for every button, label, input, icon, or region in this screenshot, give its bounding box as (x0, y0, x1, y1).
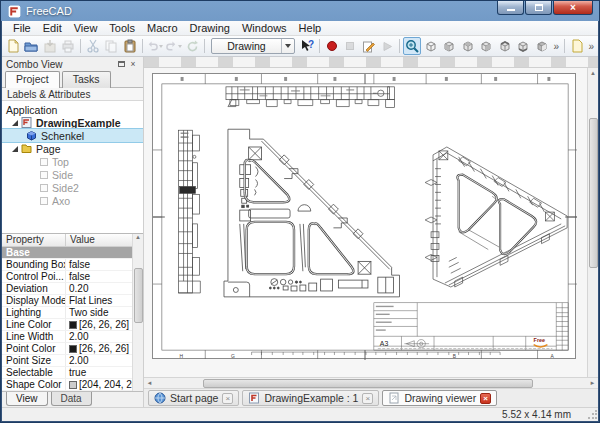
menu-drawing[interactable]: Drawing (184, 22, 236, 34)
tab-project[interactable]: Project (5, 71, 60, 88)
property-row[interactable]: Shape Color [204, 204, 204] (2, 379, 132, 391)
scrollbar-thumb[interactable] (589, 118, 598, 268)
vertical-scrollbar[interactable]: ▲ (587, 68, 598, 377)
toolbar-overflow-chevron[interactable]: » (552, 41, 562, 52)
property-group-base[interactable]: Base (2, 247, 132, 259)
tab-tasks[interactable]: Tasks (62, 71, 111, 88)
new-document-button[interactable] (4, 37, 22, 55)
close-button[interactable]: × (553, 1, 593, 15)
right-cube-icon (479, 39, 493, 53)
resize-grip[interactable] (587, 410, 597, 420)
redo-button[interactable] (165, 37, 183, 55)
open-document-button[interactable] (23, 37, 41, 55)
tab-start-page[interactable]: Start page × (148, 390, 239, 406)
menu-file[interactable]: File (7, 22, 37, 34)
minimize-button[interactable] (497, 1, 524, 15)
menu-windows[interactable]: Windows (236, 22, 293, 34)
view-fit-all-button[interactable] (403, 37, 421, 55)
view-right-button[interactable] (477, 37, 495, 55)
macro-stop-button[interactable] (342, 37, 360, 55)
axonometric-cube-icon (424, 39, 438, 53)
property-row[interactable]: Lighting Two side (2, 307, 132, 319)
redo-dropdown-arrow (178, 45, 182, 48)
view-top (226, 87, 395, 108)
print-button[interactable] (60, 37, 78, 55)
dock-close-button[interactable]: × (127, 59, 139, 70)
tree-item-document[interactable]: DrawingExample (2, 116, 143, 129)
tree-item-side2-view[interactable]: Side2 (2, 181, 143, 194)
property-scrollbar[interactable]: ▲ (132, 234, 143, 391)
scroll-up-icon[interactable]: ▲ (135, 234, 141, 240)
tab-data[interactable]: Data (51, 392, 92, 406)
refresh-icon (186, 40, 199, 53)
whats-this-button[interactable]: ? (299, 37, 317, 55)
view-axonometric-button[interactable] (422, 37, 440, 55)
macro-edit-button[interactable] (360, 37, 378, 55)
undo-button[interactable] (146, 37, 164, 55)
tree-item-application[interactable]: Application (2, 103, 143, 116)
record-icon (326, 40, 338, 52)
menu-view[interactable]: View (68, 22, 104, 34)
scrollbar-thumb[interactable] (134, 268, 143, 323)
tree-item-side-view[interactable]: Side (2, 168, 143, 181)
play-icon (382, 41, 393, 52)
tab-close-icon[interactable]: × (222, 393, 233, 404)
menu-macro[interactable]: Macro (141, 22, 184, 34)
property-row[interactable]: Control Poi... false (2, 271, 132, 283)
horizontal-scrollbar[interactable]: ◄ ► (144, 377, 598, 388)
view-left-button[interactable] (533, 37, 551, 55)
menubar: File Edit View Tools Macro Drawing Windo… (2, 21, 598, 36)
scroll-up-icon[interactable]: ▲ (588, 68, 599, 78)
view-rear-button[interactable] (496, 37, 514, 55)
close-icon: × (131, 59, 136, 69)
paste-button[interactable] (121, 37, 139, 55)
property-row[interactable]: Line Width 2.00 (2, 331, 132, 343)
macro-play-button[interactable] (379, 37, 397, 55)
property-row[interactable]: Bounding Box false (2, 259, 132, 271)
tab-close-icon[interactable]: × (362, 393, 373, 404)
macro-record-button[interactable] (323, 37, 341, 55)
tab-view[interactable]: View (6, 392, 48, 406)
expander-icon[interactable] (12, 146, 18, 152)
zone-letters: H G B A (180, 354, 555, 359)
scroll-left-icon[interactable]: ◄ (144, 378, 155, 388)
toolbar-overflow-chevron[interactable]: » (587, 41, 597, 52)
property-row[interactable]: Point Color [26, 26, 26] (2, 343, 132, 355)
cut-button[interactable] (84, 37, 102, 55)
tab-drawing-example[interactable]: DrawingExample : 1 × (242, 390, 379, 406)
menu-edit[interactable]: Edit (37, 22, 68, 34)
maximize-button[interactable] (525, 1, 552, 15)
toolbar-separator (319, 39, 320, 53)
toolbar: Drawing ? (2, 36, 598, 57)
refresh-button[interactable] (184, 37, 202, 55)
menu-tools[interactable]: Tools (103, 22, 141, 34)
view-top-button[interactable] (459, 37, 477, 55)
view-box-icon (40, 158, 48, 166)
copy-button[interactable] (103, 37, 121, 55)
tree-item-page[interactable]: Page (2, 142, 143, 155)
expander-icon[interactable] (12, 120, 18, 126)
tree-item-top-view[interactable]: Top (2, 155, 143, 168)
property-row[interactable]: Display Mode Flat Lines (2, 295, 132, 307)
dock-float-button[interactable] (115, 59, 127, 70)
property-row[interactable]: Deviation 0.20 (2, 283, 132, 295)
workbench-selector[interactable]: Drawing (211, 38, 295, 54)
property-row[interactable]: Line Color [26, 26, 26] (2, 319, 132, 331)
property-row[interactable]: Selectable true (2, 367, 132, 379)
save-button[interactable] (41, 37, 59, 55)
tree-item-axo-view[interactable]: Axo (2, 194, 143, 207)
view-front-button[interactable] (440, 37, 458, 55)
view-bottom-button[interactable] (514, 37, 532, 55)
scroll-right-icon[interactable]: ► (587, 378, 598, 388)
menu-help[interactable]: Help (293, 22, 328, 34)
tab-close-icon[interactable]: × (480, 393, 491, 404)
drawing-viewport[interactable]: H G B A (144, 68, 587, 377)
insert-page-button[interactable] (568, 37, 586, 55)
close-icon: × (570, 2, 576, 13)
workbench-selected: Drawing (212, 40, 281, 52)
titlebar[interactable]: FreeCAD × (1, 1, 599, 21)
tab-drawing-viewer[interactable]: Drawing viewer × (382, 390, 497, 406)
tree-item-schenkel[interactable]: Schenkel (2, 129, 143, 142)
property-row[interactable]: Point Size 2.00 (2, 355, 132, 367)
scrollbar-thumb[interactable] (203, 379, 533, 388)
